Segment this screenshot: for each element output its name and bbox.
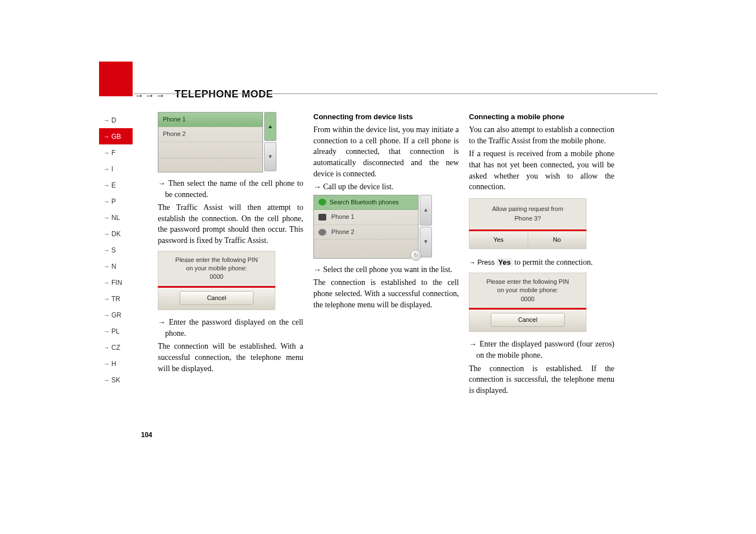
sidebar-item-cz[interactable]: →CZ [99,339,133,355]
step-mark: → Press [469,259,496,266]
arrow-icon: → [104,312,110,318]
sidebar-item-label: E [111,181,116,189]
arrow-icon: → [104,117,110,124]
sidebar-item-i[interactable]: →I [99,161,133,177]
arrow-icon: → [104,182,110,189]
sidebar-item-nl[interactable]: →NL [99,209,133,226]
refresh-button[interactable]: ↻ [410,250,421,261]
list-item[interactable]: Phone 1 [314,210,418,224]
arrow-icon: → [104,279,110,286]
body-text: → Call up the device list. [313,181,459,193]
sidebar-item-h[interactable]: →H [99,355,133,372]
arrow-icon: → [104,198,110,205]
section-heading: Connecting from device lists [313,112,459,122]
list-item[interactable]: Phone 2 [314,225,418,240]
sidebar-item-p[interactable]: →P [99,193,133,209]
scroll-down-button[interactable]: ▼ [420,227,432,257]
page-number: 104 [141,431,152,439]
sidebar-item-n[interactable]: →N [99,258,133,274]
sidebar-item-label: N [111,263,116,270]
scroll-up-button[interactable]: ▲ [420,195,432,226]
arrow-icon: → [104,133,110,140]
body-text: If a request is received from a mobile p… [469,148,614,192]
sidebar-item-label: I [111,165,113,173]
scroll-down-button[interactable]: ▼ [264,142,276,171]
list-header[interactable]: Search Bluetooth phones [314,195,418,210]
sidebar-item-tr[interactable]: →TR [99,291,133,307]
dialog-pin-code: 0000 [473,295,583,303]
body-text: The connection will be established. With… [158,341,303,374]
arrow-icon: → [104,214,110,221]
sidebar-item-s[interactable]: →S [99,242,133,258]
sidebar-item-label: H [111,360,116,368]
body-text: → Then select the name of the cell phone… [158,178,303,200]
sidebar-item-label: CZ [111,344,120,352]
arrow-icon: → [104,247,110,254]
body-text: The connection is established. If the co… [469,363,614,396]
header-underline [134,90,658,94]
sidebar-item-label: PL [111,327,120,335]
phone-icon [318,229,326,236]
body-text: → Enter the password displayed on the ce… [158,317,303,339]
dialog-text: Please enter the following PIN [162,256,271,264]
scroll-up-button[interactable]: ▲ [264,112,276,141]
dialog-text: Allow pairing request from [473,204,583,214]
sidebar-item-f[interactable]: →F [99,144,133,161]
body-text: The Traffic Assist will then attempt to … [158,202,303,246]
cancel-button[interactable]: Cancel [491,313,565,327]
sidebar-item-label: TR [111,295,120,303]
pin-dialog: Please enter the following PIN on your m… [158,251,275,311]
sidebar-item-label: DK [111,230,121,238]
search-icon [318,199,326,205]
sidebar-item-label: NL [111,214,120,222]
arrow-icon: → [104,360,110,367]
list-item[interactable]: Phone 2 [158,127,262,142]
phone-list-ui: Phone 1 Phone 2 ▲ ▼ [158,112,263,171]
list-item-empty [158,142,262,158]
arrow-icon: → [104,296,110,302]
sidebar-item-dk[interactable]: →DK [99,226,133,242]
column-2: Connecting from device lists From within… [313,112,459,312]
sidebar-item-e[interactable]: →E [99,177,133,193]
list-item-label: Phone 1 [331,213,354,220]
list-item-empty [158,158,262,174]
dialog-pin-code: 0000 [162,273,271,281]
body-text: The connection is established to the cel… [313,277,459,310]
language-sidebar: →D→GB→F→I→E→P→NL→DK→S→N→FIN→TR→GR→PL→CZ→… [99,112,133,388]
pairing-dialog: Allow pairing request from Phone 3? Yes … [469,198,586,250]
sidebar-item-pl[interactable]: →PL [99,323,133,339]
sidebar-item-label: F [111,149,115,157]
sidebar-item-label: D [111,116,116,124]
arrow-icon: → [104,149,110,156]
body-text: → Press Yes to permit the connection. [469,257,614,268]
list-header-label: Search Bluetooth phones [330,198,399,207]
arrow-icon: → [104,263,110,270]
device-list-ui: Search Bluetooth phones Phone 1 Phone 2 … [313,195,419,257]
arrow-icon: → [104,231,110,237]
column-3: Connecting a mobile phone You can also a… [469,112,614,398]
arrow-icon: → [104,166,110,172]
yes-button[interactable]: Yes [469,231,528,249]
sidebar-item-fin[interactable]: →FIN [99,274,133,291]
dialog-text: Phone 3? [473,214,583,224]
yes-inline-label: Yes [496,258,512,266]
body-text: → Enter the displayed password (four zer… [469,339,614,360]
dialog-text: on your mobile phone: [162,264,271,273]
body-text: → Select the cell phone you want in the … [313,264,459,275]
arrow-icon: → [104,344,110,351]
list-item-empty [314,240,418,253]
sidebar-item-gb[interactable]: →GB [99,128,133,144]
no-button[interactable]: No [528,231,586,249]
body-text: From within the device list, you may ini… [313,124,459,179]
pin-dialog: Please enter the following PIN on your m… [469,273,586,332]
list-item[interactable]: Phone 1 [158,113,262,127]
cancel-button[interactable]: Cancel [180,291,253,305]
sidebar-item-label: S [111,246,116,254]
sidebar-item-label: SK [111,376,120,384]
sidebar-item-sk[interactable]: →SK [99,372,133,388]
column-1: Phone 1 Phone 2 ▲ ▼ → Then select the na… [158,112,303,376]
sidebar-item-gr[interactable]: →GR [99,307,133,323]
sidebar-item-label: FIN [111,279,122,287]
sidebar-item-d[interactable]: →D [99,112,133,128]
sidebar-item-label: GR [111,311,121,319]
